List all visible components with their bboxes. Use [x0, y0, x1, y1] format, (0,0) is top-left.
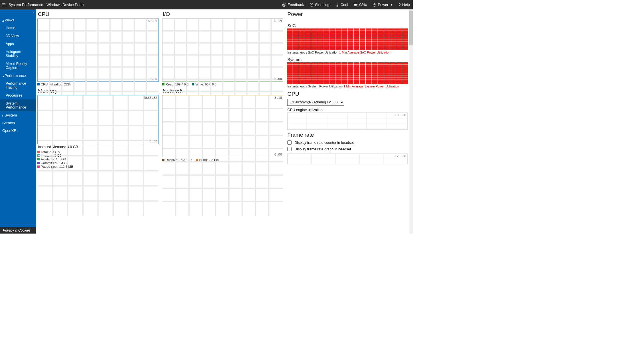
power-title: Power [287, 11, 408, 17]
network-panel: Network 3.18 0.00 Receive: 140.4 Kb Send… [162, 88, 284, 161]
question-icon: ? [398, 3, 401, 7]
system-power-chart [287, 62, 408, 84]
memory-chart-grid [38, 95, 158, 216]
cpu-chart: 100.00 0.00 [37, 19, 159, 82]
network-chart-grid [162, 95, 283, 216]
gpu-engine-label: GPU engine utilization [287, 108, 408, 112]
collapse-sidebar-button[interactable]: ‹ [33, 11, 34, 14]
cpu-ymin: 0.00 [150, 77, 157, 81]
nav-item-home[interactable]: Home [0, 24, 36, 32]
memory-panel: Memory 3863.32 0.00 Installed Memory: 4.… [37, 88, 159, 168]
nav-item-mixed-reality-capture[interactable]: Mixed Reality Capture [0, 60, 36, 72]
memory-chart: 3863.32 0.00 [37, 95, 159, 144]
memory-ymin: 0.00 [150, 140, 157, 143]
scrollbar[interactable] [409, 9, 413, 234]
soc-chart [287, 28, 408, 50]
smiley-icon [282, 3, 286, 7]
nav-item-scratch[interactable]: Scratch [0, 119, 36, 127]
gpu-chart: 100.00 [287, 113, 408, 130]
svg-point-1 [283, 4, 284, 5]
framerate-panel: Frame rate Display frame rate counter in… [287, 132, 408, 164]
cpu-panel: CPU 100.00 0.00 CPU utilization: 22% [37, 11, 159, 86]
header-bar: System Performance - Windows Device Port… [0, 0, 413, 9]
svg-point-4 [337, 5, 338, 7]
hamburger-icon [2, 3, 6, 7]
power-label: Power [378, 3, 388, 7]
caret-down-icon: ◢ [2, 75, 5, 77]
nav-section-views[interactable]: ◢Views [0, 16, 36, 24]
nav-item-3d-view[interactable]: 3D View [0, 32, 36, 40]
nav-item-openxr[interactable]: OpenXR [0, 127, 36, 134]
gpu-panel: GPU Qualcomm(R) Adreno(TM) 630 GPU GPU e… [287, 91, 408, 130]
io-chart: 0.19 0.00 [162, 19, 284, 82]
nav-item-performance-tracing[interactable]: Performance Tracing [0, 79, 36, 91]
io-ymax: 0.19 [274, 19, 282, 23]
nav-section-performance[interactable]: ◢Performance [0, 72, 36, 79]
main-content: CPU 100.00 0.00 CPU utilization: 22% [36, 9, 413, 234]
network-ymax: 3.18 [274, 96, 282, 100]
framerate-ymax: 120.00 [395, 154, 406, 158]
sidebar: ‹ ◢Views Home 3D View Apps Hologram Stab… [0, 9, 36, 234]
privacy-cookies-link[interactable]: Privacy & Cookies [0, 227, 36, 234]
temp-label: Cool [341, 3, 348, 7]
nav-item-apps[interactable]: Apps [0, 40, 36, 48]
battery-status[interactable]: 98% [351, 0, 369, 9]
io-panel: I/O 0.19 0.00 Read: 199.4 KB Write: 66.0… [162, 11, 284, 86]
nav-item-system-performance[interactable]: System Performance [0, 99, 36, 111]
system-power-title: System [287, 57, 408, 62]
framerate-chart: 120.00 [287, 154, 408, 164]
framerate-counter-label: Display frame rate counter in headset [294, 141, 354, 145]
hamburger-menu[interactable] [0, 0, 7, 9]
cpu-ymax: 100.00 [146, 19, 157, 23]
sleep-status[interactable]: Sleeping [307, 0, 332, 9]
caret-right-icon: ▸ [2, 114, 5, 117]
sleep-label: Sleeping [315, 3, 329, 7]
nav-item-processes[interactable]: Processes [0, 91, 36, 99]
help-button[interactable]: ? Help [396, 0, 413, 9]
column-2: I/O 0.19 0.00 Read: 199.4 KB Write: 66.0… [161, 9, 286, 234]
power-icon [373, 3, 377, 7]
column-3: Power SoC Instantaneous SoC Power Utiliz… [286, 9, 409, 234]
svg-point-2 [284, 4, 285, 5]
network-chart: 3.18 0.00 [162, 95, 284, 157]
nav-section-system[interactable]: ▸System [0, 111, 36, 119]
chevron-down-icon: ▼ [390, 3, 393, 6]
thermometer-icon [335, 3, 339, 7]
svg-rect-7 [354, 4, 357, 5]
temp-status[interactable]: Cool [332, 0, 351, 9]
battery-icon [354, 3, 358, 7]
page-title: System Performance - Windows Device Port… [9, 3, 85, 7]
framerate-graph-label: Display frame rate graph in headset [294, 147, 351, 151]
battery-label: 98% [359, 3, 367, 7]
framerate-graph-checkbox[interactable] [287, 147, 292, 151]
io-title: I/O [163, 11, 284, 17]
caret-down-icon: ◢ [2, 19, 5, 22]
gpu-title: GPU [287, 91, 408, 97]
svg-rect-6 [357, 4, 358, 5]
nav-item-hologram-stability[interactable]: Hologram Stability [0, 48, 36, 60]
help-label: Help [402, 3, 410, 7]
framerate-title: Frame rate [287, 132, 408, 138]
soc-legend: Instantaneous SoC Power Utilization 1 Mi… [287, 51, 408, 54]
power-panel: Power SoC Instantaneous SoC Power Utiliz… [287, 11, 408, 88]
system-power-legend: Instantaneous System Power Utilization 1… [287, 85, 408, 88]
memory-ymax: 3863.32 [144, 96, 157, 100]
network-ymin: 0.00 [274, 153, 282, 156]
column-1: CPU 100.00 0.00 CPU utilization: 22% [36, 9, 161, 234]
power-menu[interactable]: Power ▼ [370, 0, 396, 9]
feedback-label: Feedback [288, 3, 304, 7]
scrollbar-thumb[interactable] [409, 11, 413, 45]
io-ymin: 0.00 [274, 77, 282, 81]
clock-icon [310, 3, 314, 7]
cpu-title: CPU [38, 11, 159, 17]
svg-point-0 [282, 3, 286, 7]
gpu-select[interactable]: Qualcomm(R) Adreno(TM) 630 GPU [287, 99, 344, 106]
framerate-counter-checkbox[interactable] [287, 140, 292, 145]
soc-title: SoC [287, 23, 408, 28]
gpu-ymax: 100.00 [395, 113, 406, 117]
feedback-button[interactable]: Feedback [279, 0, 307, 9]
